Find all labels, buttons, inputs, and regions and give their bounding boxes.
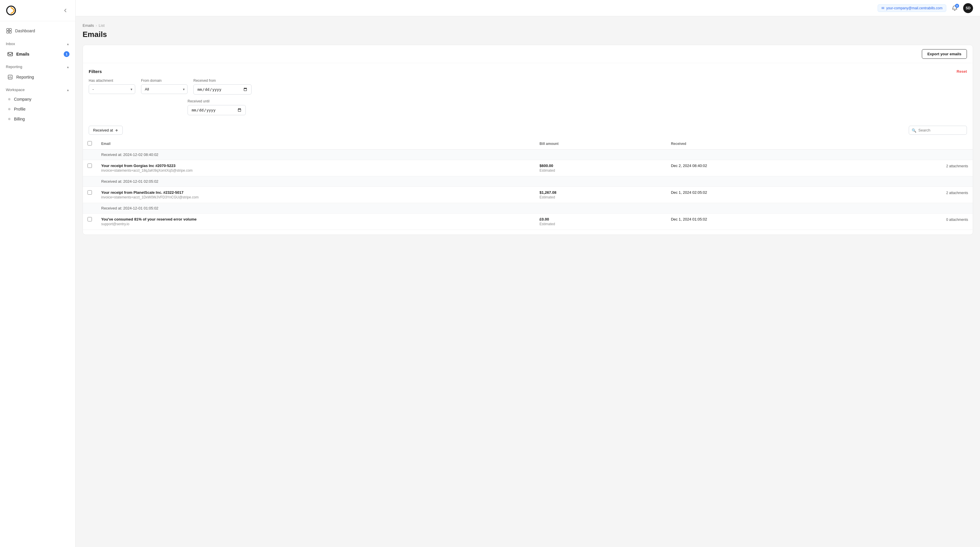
row-amount-cell: $1,267.08 Estimated xyxy=(535,187,666,203)
reporting-section-header[interactable]: Reporting ▲ xyxy=(0,62,75,71)
row-checkbox[interactable] xyxy=(88,164,92,168)
received-from-input[interactable] xyxy=(193,85,251,94)
filters-row-2: Received until xyxy=(89,99,967,115)
row-received-cell: Dec 2, 2024 08:40:02 xyxy=(666,160,841,176)
sidebar-item-reporting[interactable]: Reporting xyxy=(0,71,75,83)
avatar-initials: SD xyxy=(966,6,971,10)
select-all-header xyxy=(83,138,97,150)
sort-button[interactable]: Received at xyxy=(89,126,123,135)
row-amount-cell: $600.00 Estimated xyxy=(535,160,666,176)
table-row[interactable]: You've consumed 81% of your reserved err… xyxy=(83,214,973,230)
page-content: Emails › List Emails Export your emails … xyxy=(76,16,980,547)
row-checkbox[interactable] xyxy=(88,190,92,195)
collapse-sidebar-button[interactable] xyxy=(61,6,70,14)
profile-dot-icon xyxy=(8,108,11,110)
inbox-section-header[interactable]: Inbox ▲ xyxy=(0,39,75,48)
billing-nav-label: Billing xyxy=(14,117,25,121)
workspace-section-label: Workspace xyxy=(6,88,25,92)
table-toolbar: Received at 🔍 xyxy=(83,126,973,138)
row-attachments-cell: 2 attachments xyxy=(841,160,973,176)
bill-amount-value: £0.00 xyxy=(539,217,662,222)
from-domain-select[interactable]: All stripe.com sentry.io xyxy=(141,85,188,94)
select-all-checkbox[interactable] xyxy=(88,141,92,145)
sidebar-item-dashboard[interactable]: Dashboard xyxy=(0,25,75,37)
topbar-email-indicator: ✉ your-company@mail.centrabills.com xyxy=(878,4,946,12)
reporting-nav-label: Reporting xyxy=(16,75,34,80)
has-attachment-label: Has attachment xyxy=(89,78,135,83)
svg-rect-5 xyxy=(8,53,13,56)
table-group-row: Received at: 2024-12-02 08:40:02 xyxy=(83,150,973,160)
row-checkbox-cell xyxy=(83,187,97,203)
table-group-row: Received at: 2024-12-01 02:05:02 xyxy=(83,176,973,187)
table-row[interactable]: Your receipt from PlanetScale Inc. #2322… xyxy=(83,187,973,203)
bill-sublabel: Estimated xyxy=(539,169,662,172)
emails-nav-label: Emails xyxy=(16,52,29,56)
received-column-header: Received xyxy=(666,138,841,150)
filter-received-from: Received from xyxy=(193,78,251,94)
sidebar-item-billing[interactable]: Billing xyxy=(0,114,75,124)
emails-badge: 1 xyxy=(64,51,70,57)
bill-amount-value: $600.00 xyxy=(539,164,662,168)
row-received-cell: Dec 1, 2024 02:05:02 xyxy=(666,187,841,203)
filters-section: Filters Reset Has attachment - Yes No xyxy=(83,63,973,121)
email-from-address: invoice+statements+acct_18qJaKI9qXomtXqS… xyxy=(101,169,530,172)
emails-table: Email Bill amount Received xyxy=(83,138,973,230)
profile-nav-label: Profile xyxy=(14,107,25,112)
row-attachments-cell: 0 attachments xyxy=(841,214,973,230)
workspace-section: Workspace ▲ Company Profile Billing xyxy=(0,85,75,124)
search-input[interactable] xyxy=(909,126,967,135)
export-emails-button[interactable]: Export your emails xyxy=(922,49,967,59)
row-checkbox[interactable] xyxy=(88,217,92,222)
table-row[interactable]: Your receipt from Gorgias Inc #2070-5223… xyxy=(83,160,973,176)
breadcrumb: Emails › List xyxy=(83,23,973,28)
attachments-count: 0 attachments xyxy=(946,218,968,222)
sidebar-item-emails[interactable]: Emails 1 xyxy=(0,48,75,60)
search-icon: 🔍 xyxy=(912,128,916,132)
bill-amount-value: $1,267.08 xyxy=(539,190,662,195)
notification-bell-button[interactable]: 0 xyxy=(950,3,959,13)
row-checkbox-cell xyxy=(83,214,97,230)
bill-amount-column-header: Bill amount xyxy=(535,138,666,150)
email-subject: Your receipt from Gorgias Inc #2070-5223 xyxy=(101,164,530,168)
bill-sublabel: Estimated xyxy=(539,195,662,199)
page-title: Emails xyxy=(83,30,973,39)
email-column-header: Email xyxy=(97,138,535,150)
attachments-count: 2 attachments xyxy=(946,164,968,168)
topbar: ✉ your-company@mail.centrabills.com 0 SD xyxy=(76,0,980,16)
svg-rect-4 xyxy=(9,31,11,33)
sort-label: Received at xyxy=(93,128,113,132)
inbox-section: Inbox ▲ Emails 1 xyxy=(0,39,75,60)
user-avatar[interactable]: SD xyxy=(963,3,973,13)
row-email-cell: Your receipt from PlanetScale Inc. #2322… xyxy=(97,187,535,203)
has-attachment-select[interactable]: - Yes No xyxy=(89,85,135,94)
reporting-chevron-icon: ▲ xyxy=(66,65,70,69)
svg-rect-1 xyxy=(7,29,9,30)
received-from-label: Received from xyxy=(193,78,251,83)
email-subject: You've consumed 81% of your reserved err… xyxy=(101,217,530,222)
table-header: Email Bill amount Received xyxy=(83,138,973,150)
row-attachments-cell: 2 attachments xyxy=(841,187,973,203)
from-domain-select-wrapper: All stripe.com sentry.io xyxy=(141,85,188,94)
received-until-input[interactable] xyxy=(188,105,246,115)
dashboard-icon xyxy=(6,28,12,34)
emails-card: Export your emails Filters Reset Has att… xyxy=(83,45,973,235)
filter-from-domain: From domain All stripe.com sentry.io xyxy=(141,78,188,94)
has-attachment-select-wrapper: - Yes No xyxy=(89,85,135,94)
reset-filters-button[interactable]: Reset xyxy=(957,69,967,73)
sidebar-item-profile[interactable]: Profile xyxy=(0,104,75,114)
filter-received-until: Received until xyxy=(188,99,246,115)
workspace-chevron-icon: ▲ xyxy=(66,88,70,92)
filters-row-1: Has attachment - Yes No From xyxy=(89,78,967,94)
received-until-label: Received until xyxy=(188,99,246,103)
sidebar-item-company[interactable]: Company xyxy=(0,94,75,104)
filter-has-attachment: Has attachment - Yes No xyxy=(89,78,135,94)
svg-rect-2 xyxy=(9,29,11,30)
table-section: Received at 🔍 xyxy=(83,121,973,234)
breadcrumb-current: List xyxy=(99,23,104,28)
breadcrumb-parent[interactable]: Emails xyxy=(83,23,94,28)
attachments-count: 2 attachments xyxy=(946,191,968,195)
sidebar-logo-area xyxy=(0,0,75,21)
email-subject: Your receipt from PlanetScale Inc. #2322… xyxy=(101,190,530,195)
received-date-value: Dec 1, 2024 02:05:02 xyxy=(671,190,837,195)
workspace-section-header[interactable]: Workspace ▲ xyxy=(0,85,75,94)
